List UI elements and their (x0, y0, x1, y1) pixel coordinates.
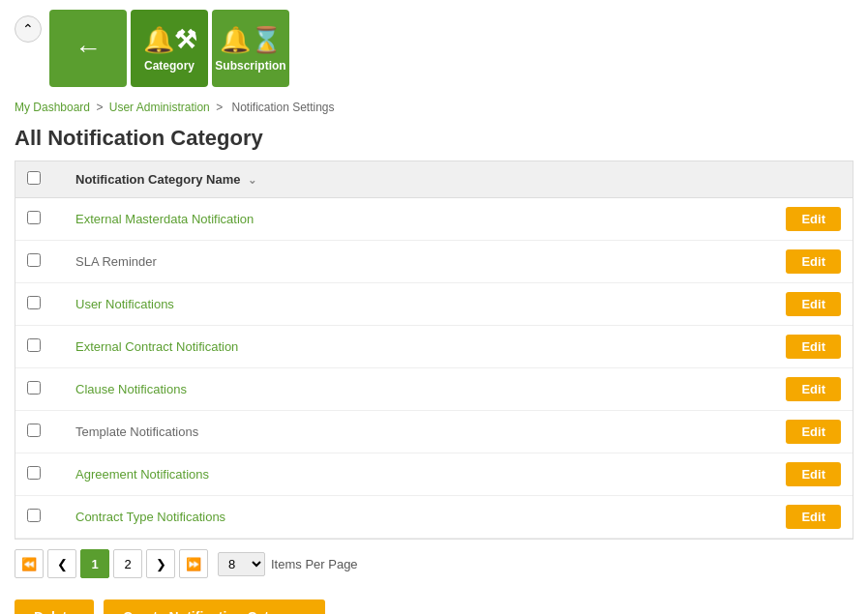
row-action-cell: Edit (774, 411, 853, 453)
breadcrumb-user-admin[interactable]: User Administration (109, 101, 210, 114)
pagination: ⏪ ❮ 1 2 ❯ ⏩ 8 16 24 Items Per Page (0, 540, 868, 588)
row-checkbox-cell (15, 368, 64, 411)
items-per-page-control: 8 16 24 Items Per Page (218, 552, 358, 576)
edit-button[interactable]: Edit (786, 335, 841, 359)
breadcrumb-home[interactable]: My Dashboard (15, 101, 90, 114)
row-checkbox[interactable] (27, 211, 41, 224)
row-name[interactable]: Agreement Notifications (75, 467, 209, 482)
table-row: Contract Type NotificationsEdit (15, 496, 853, 539)
row-name-cell: User Notifications (64, 283, 774, 326)
delete-button[interactable]: Delete (15, 599, 94, 614)
edit-button[interactable]: Edit (786, 420, 841, 444)
row-checkbox-cell (15, 496, 64, 539)
table-row: External Masterdata NotificationEdit (15, 198, 853, 241)
page-1-button[interactable]: 1 (80, 549, 109, 578)
subscription-bell-icon: 🔔⌛ (220, 25, 282, 55)
row-checkbox[interactable] (27, 296, 41, 309)
category-button[interactable]: 🔔⚒ Category (131, 10, 208, 87)
edit-button[interactable]: Edit (786, 377, 841, 401)
table-row: Template NotificationsEdit (15, 411, 853, 453)
row-action-cell: Edit (774, 326, 853, 368)
row-checkbox[interactable] (27, 424, 41, 437)
items-per-page-select[interactable]: 8 16 24 (218, 552, 265, 576)
category-bell-icon: 🔔⚒ (143, 25, 196, 55)
table-row: User NotificationsEdit (15, 283, 853, 326)
row-action-cell: Edit (774, 198, 853, 241)
edit-button[interactable]: Edit (786, 292, 841, 316)
edit-button[interactable]: Edit (786, 462, 841, 486)
row-name[interactable]: External Masterdata Notification (75, 212, 254, 226)
row-name-cell: Template Notifications (64, 411, 774, 453)
edit-button[interactable]: Edit (786, 207, 841, 231)
category-label: Category (144, 59, 195, 73)
next-page-button[interactable]: ❯ (146, 549, 175, 578)
row-name-cell: Contract Type Notifications (64, 496, 774, 539)
bottom-actions: Delete Create Notification Category (0, 588, 868, 614)
row-checkbox[interactable] (27, 466, 41, 480)
subscription-label: Subscription (215, 59, 285, 73)
edit-button[interactable]: Edit (786, 249, 841, 274)
action-column-header (774, 161, 853, 198)
prev-page-button[interactable]: ❮ (47, 549, 76, 578)
row-checkbox[interactable] (27, 381, 41, 395)
row-action-cell: Edit (774, 496, 853, 539)
row-action-cell: Edit (774, 241, 853, 283)
page-title: All Notification Category (0, 122, 868, 161)
breadcrumb-sep1: > (96, 101, 105, 114)
table-row: Agreement NotificationsEdit (15, 453, 853, 496)
select-all-header (15, 161, 64, 198)
table-row: SLA ReminderEdit (15, 241, 853, 283)
page-2-button[interactable]: 2 (113, 549, 142, 578)
row-checkbox-cell (15, 283, 64, 326)
row-name-cell: Clause Notifications (64, 368, 774, 411)
row-name[interactable]: User Notifications (75, 297, 174, 311)
row-action-cell: Edit (774, 368, 853, 411)
back-button[interactable]: ← (49, 10, 127, 87)
breadcrumb-current: Notification Settings (231, 101, 334, 114)
breadcrumb-sep2: > (216, 101, 225, 114)
row-name-cell: SLA Reminder (64, 241, 774, 283)
row-name: SLA Reminder (75, 254, 157, 269)
back-arrow-icon: ← (75, 35, 102, 62)
row-name[interactable]: Contract Type Notifications (75, 510, 225, 524)
row-name: Template Notifications (75, 424, 198, 439)
table-row: Clause NotificationsEdit (15, 368, 853, 411)
row-name[interactable]: External Contract Notification (75, 339, 238, 354)
row-checkbox[interactable] (27, 253, 41, 267)
row-name[interactable]: Clause Notifications (75, 382, 187, 396)
sort-icon: ⌄ (248, 174, 256, 186)
edit-button[interactable]: Edit (786, 505, 841, 529)
create-notification-category-button[interactable]: Create Notification Category (104, 599, 325, 614)
subscription-button[interactable]: 🔔⌛ Subscription (212, 10, 289, 87)
select-all-checkbox[interactable] (27, 171, 41, 185)
row-checkbox[interactable] (27, 509, 41, 522)
row-checkbox[interactable] (27, 338, 41, 352)
table-row: External Contract NotificationEdit (15, 326, 853, 368)
last-page-button[interactable]: ⏩ (179, 549, 208, 578)
row-action-cell: Edit (774, 453, 853, 496)
row-checkbox-cell (15, 241, 64, 283)
row-name-cell: External Masterdata Notification (64, 198, 774, 241)
row-checkbox-cell (15, 411, 64, 453)
row-name-cell: External Contract Notification (64, 326, 774, 368)
first-page-button[interactable]: ⏪ (15, 549, 44, 578)
name-column-header[interactable]: Notification Category Name ⌄ (64, 161, 774, 198)
collapse-button[interactable]: ⌃ (15, 15, 42, 43)
breadcrumb: My Dashboard > User Administration > Not… (0, 97, 868, 122)
chevron-up-icon: ⌃ (22, 21, 34, 37)
row-checkbox-cell (15, 453, 64, 496)
row-checkbox-cell (15, 198, 64, 241)
row-checkbox-cell (15, 326, 64, 368)
items-per-page-label: Items Per Page (271, 557, 358, 571)
notification-table: Notification Category Name ⌄ External Ma… (15, 161, 853, 540)
row-action-cell: Edit (774, 283, 853, 326)
top-nav: ⌃ ← 🔔⚒ Category 🔔⌛ Subscription (0, 0, 868, 97)
row-name-cell: Agreement Notifications (64, 453, 774, 496)
name-column-label: Notification Category Name (75, 172, 240, 187)
